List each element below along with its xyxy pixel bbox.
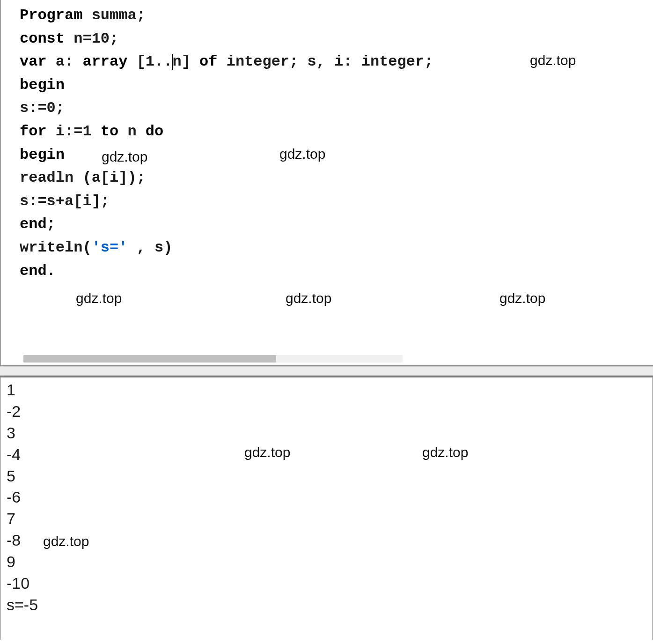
horizontal-scrollbar[interactable] [23,355,403,363]
code-text: writeln( [20,239,92,256]
code-line[interactable]: end; [20,213,653,236]
code-editor-pane[interactable]: Program summa; const n=10; var a: array … [0,0,653,365]
code-line[interactable]: begin [20,143,653,167]
output-line: -10 [7,573,652,594]
code-text: s:=s+a[i]; [20,192,110,210]
scrollbar-thumb[interactable] [23,355,276,363]
code-line[interactable]: for i:=1 to n do [20,120,653,143]
code-line[interactable]: begin [20,74,653,97]
output-line: 1 [7,379,652,401]
code-text: [1.. [127,53,172,70]
code-line[interactable]: end. [20,259,653,283]
keyword: begin [20,146,65,163]
output-console-pane[interactable]: 1 -2 3 -4 5 -6 7 -8 9 -10 s=-5 gdz.top g… [0,378,653,640]
code-text: n=10; [65,30,118,47]
keyword: end [20,262,47,280]
output-line: s=-5 [7,594,652,616]
output-line: 5 [7,466,652,487]
keyword: of [199,53,217,70]
code-line[interactable]: const n=10; [20,27,653,51]
keyword: var [20,53,47,70]
output-line: -8 [7,530,652,551]
keyword: end [20,215,47,233]
output-line: -4 [7,444,652,466]
code-text: integer; s, i: integer; [217,53,433,70]
output-line: 9 [7,551,652,573]
code-text: summa; [82,7,145,24]
code-text: readln (a[i]); [20,169,146,186]
code-text: n] [172,53,199,70]
code-line[interactable]: readln (a[i]); [20,166,653,190]
output-line: -6 [7,487,652,508]
keyword: do [146,123,163,140]
code-line[interactable]: s:=0; [20,96,653,120]
code-line[interactable]: Program summa; [20,4,653,27]
code-text: . [47,262,56,280]
code-text: a: [47,53,83,70]
code-text: ; [47,215,56,233]
string-literal: 's=' [92,239,128,256]
keyword: Program [20,7,82,24]
watermark: gdz.top [76,290,122,306]
output-line: -2 [7,401,652,422]
pane-divider[interactable] [0,366,653,376]
keyword: const [20,30,65,47]
code-line[interactable]: writeln('s=' , s) [20,236,653,259]
output-line: 7 [7,508,652,530]
watermark: gdz.top [499,290,545,306]
code-line[interactable]: s:=s+a[i]; [20,190,653,213]
keyword: begin [20,76,65,94]
watermark: gdz.top [286,290,331,306]
output-line: 3 [7,422,652,444]
code-line[interactable]: var a: array [1..n] of integer; s, i: in… [20,50,653,74]
code-text: s:=0; [20,99,65,117]
code-text: n [118,123,146,140]
code-text: i:=1 [47,123,101,140]
keyword: for [20,123,47,140]
code-text: , s) [127,239,172,256]
keyword: array [82,53,127,70]
keyword: to [101,123,118,140]
text-cursor [172,54,173,70]
